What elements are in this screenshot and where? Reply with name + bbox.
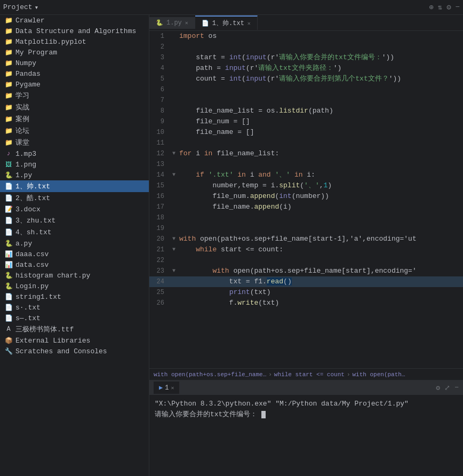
sidebar-item-label: 案例	[15, 114, 29, 124]
sidebar-item-label: s—.txt	[15, 314, 41, 322]
code-view[interactable]: 1 import os 2 3 start = int(input(r'请输入你…	[149, 31, 463, 368]
sidebar-item-loginpy[interactable]: 🐍 Login.py	[0, 281, 149, 291]
sidebar-item-practice[interactable]: 📁 实战	[0, 101, 149, 113]
sidebar-item-datacsv[interactable]: 📊 data.csv	[0, 259, 149, 270]
sidebar-item-mp3[interactable]: ♪ 1.mp3	[0, 148, 149, 159]
sidebar-item-apy[interactable]: 🐍 a.py	[0, 238, 149, 249]
sidebar-item-2txt[interactable]: 📄 2、酷.txt	[0, 192, 149, 204]
sidebar-item-string1txt[interactable]: 📄 string1.txt	[0, 291, 149, 302]
terminal-prompt-text: 请输入你要合并的txt文件编号：	[155, 410, 257, 418]
terminal-close-icon[interactable]: ✕	[171, 385, 174, 391]
sidebar-item-label: a.py	[15, 240, 32, 248]
sidebar-item-cases[interactable]: 📁 案例	[0, 113, 149, 125]
breadcrumb-part3: with open(path…	[352, 371, 405, 378]
sidebar-item-dsa[interactable]: 📁 Data Structure and Algorithms	[0, 26, 149, 36]
sidebar-item-numpy[interactable]: 📁 Numpy	[0, 58, 149, 68]
sidebar-item-label: 学习	[15, 91, 29, 100]
sidebar-item-label: s·.txt	[15, 304, 41, 312]
terminal-cmd-line: "X:\Python 8.3.2\python.exe" "M:/Python …	[155, 399, 458, 409]
sidebar-item-png[interactable]: 🖼 1.png	[0, 159, 149, 170]
close-tab-icon[interactable]: ✕	[248, 20, 251, 27]
folder-icon: 📁	[4, 16, 13, 25]
close-tab-icon[interactable]: ✕	[185, 20, 188, 26]
editor-area: 🐍 1.py ✕ 📄 1、帅.txt ✕ 1 import os	[149, 15, 463, 476]
code-line-4: 4 path = input(r'请输入txt文件夹路径：')	[149, 63, 463, 74]
terminal-settings-icon[interactable]: ⚙	[436, 384, 440, 392]
fold-arrow-12[interactable]: ▼	[172, 150, 175, 156]
sidebar-item-1py[interactable]: 🐍 1.py	[0, 170, 149, 180]
sidebar-item-label: 课堂	[15, 138, 29, 147]
sidebar-item-sdshtxt[interactable]: 📄 s—.txt	[0, 313, 149, 323]
csv-icon: 📊	[4, 250, 13, 258]
code-line-26: 26 f.write(txt)	[149, 298, 463, 308]
png-icon: 🖼	[4, 160, 13, 169]
sidebar-item-label: 1、帅.txt	[15, 181, 50, 191]
terminal-command: "X:\Python 8.3.2\python.exe" "M:/Python …	[155, 400, 409, 408]
project-label: Project ▾	[3, 3, 38, 12]
fold-arrow-23[interactable]: ▼	[172, 268, 175, 274]
tab-1py[interactable]: 🐍 1.py ✕	[149, 17, 195, 29]
sidebar-item-label: 三极榜书简体.ttf	[15, 324, 74, 334]
sidebar-item-3docx[interactable]: 📝 3.docx	[0, 204, 149, 215]
sidebar-item-extlib[interactable]: 📦 External Libraries	[0, 335, 149, 346]
py-icon: 🐍	[4, 171, 13, 179]
sidebar-item-pandas[interactable]: 📁 Pandas	[0, 68, 149, 79]
sidebar-item-pygame[interactable]: 📁 Pygame	[0, 79, 149, 90]
breadcrumb-sep1: ›	[268, 371, 272, 378]
ext-icon: 📦	[4, 336, 13, 345]
sidebar-item-scratches[interactable]: 🔧 Scratches and Consoles	[0, 346, 149, 356]
code-line-19: 19	[149, 223, 463, 234]
sidebar-item-label: 1.png	[15, 161, 36, 169]
add-icon[interactable]: ⊕	[429, 3, 433, 12]
sidebar-item-label: Matplotlib.pyplot	[15, 38, 86, 46]
sidebar-item-ttf[interactable]: A 三极榜书简体.ttf	[0, 323, 149, 335]
sidebar-item-histpy[interactable]: 🐍 histogram chart.py	[0, 270, 149, 281]
breadcrumb-bar: with open(path+os.sep+file_name… › while…	[149, 368, 463, 380]
sidebar-item-label: My Program	[15, 49, 57, 57]
fold-arrow-21[interactable]: ▼	[172, 247, 175, 252]
sidebar-item-3zhu[interactable]: 📄 3、zhu.txt	[0, 215, 149, 226]
sidebar-item-myprogram[interactable]: 📁 My Program	[0, 47, 149, 58]
sidebar-item-sdottxt[interactable]: 📄 s·.txt	[0, 302, 149, 313]
terminal-hide-icon[interactable]: −	[454, 384, 459, 392]
sidebar-item-daaacsv[interactable]: 📊 daaa.csv	[0, 249, 149, 259]
minimize-icon[interactable]: −	[456, 3, 460, 12]
layout-icon[interactable]: ⇅	[438, 3, 442, 12]
folder-icon: 📁	[4, 59, 13, 67]
sidebar-item-label: 2、酷.txt	[15, 193, 50, 203]
terminal-cursor	[261, 411, 266, 418]
sidebar-item-crawler[interactable]: 📁 Crawler	[0, 15, 149, 26]
sidebar-item-label: Pygame	[15, 81, 41, 89]
sidebar-item-classroom[interactable]: 📁 课堂	[0, 137, 149, 148]
settings-icon[interactable]: ⚙	[446, 3, 451, 12]
folder-icon: 📁	[4, 115, 13, 123]
sidebar-item-4sh[interactable]: 📄 4、sh.txt	[0, 226, 149, 238]
code-line-15: 15 number,temp = i.split('、',1)	[149, 180, 463, 191]
code-line-6: 6	[149, 84, 463, 95]
terminal-tab-1[interactable]: ▶ 1 ✕	[154, 382, 180, 394]
fold-arrow-20[interactable]: ▼	[172, 236, 175, 242]
sidebar-item-matplotlib[interactable]: 📁 Matplotlib.pyplot	[0, 36, 149, 47]
sidebar-item-label: Pandas	[15, 70, 41, 78]
ttf-icon: A	[4, 325, 13, 334]
code-line-13: 13	[149, 159, 463, 170]
terminal-expand-icon[interactable]: ⤢	[444, 384, 450, 392]
sidebar-item-label: 1.mp3	[15, 150, 36, 158]
code-line-16: 16 file_num.append(int(number))	[149, 191, 463, 202]
sidebar-item-forum[interactable]: 📁 论坛	[0, 125, 149, 137]
sidebar-item-label: 3、zhu.txt	[15, 216, 55, 225]
tab-1txt[interactable]: 📄 1、帅.txt ✕	[195, 15, 258, 30]
tab-label: 1、帅.txt	[212, 19, 244, 28]
project-title: Project	[3, 3, 33, 11]
fold-arrow-14[interactable]: ▼	[172, 172, 175, 178]
top-bar-icons: ⊕ ⇅ ⚙ −	[429, 3, 460, 12]
sidebar: 📁 Crawler 📁 Data Structure and Algorithm…	[0, 15, 149, 476]
code-editor[interactable]: 1 import os 2 3 start = int(input(r'请输入你…	[149, 31, 463, 368]
sidebar-item-1txt[interactable]: 📄 1、帅.txt	[0, 180, 149, 192]
folder-icon: 📁	[4, 103, 13, 112]
folder-icon: 📁	[4, 91, 13, 100]
folder-icon: 📁	[4, 69, 13, 78]
sidebar-item-study[interactable]: 📁 学习	[0, 90, 149, 101]
project-chevron[interactable]: ▾	[35, 3, 39, 12]
code-line-22: 22	[149, 255, 463, 266]
